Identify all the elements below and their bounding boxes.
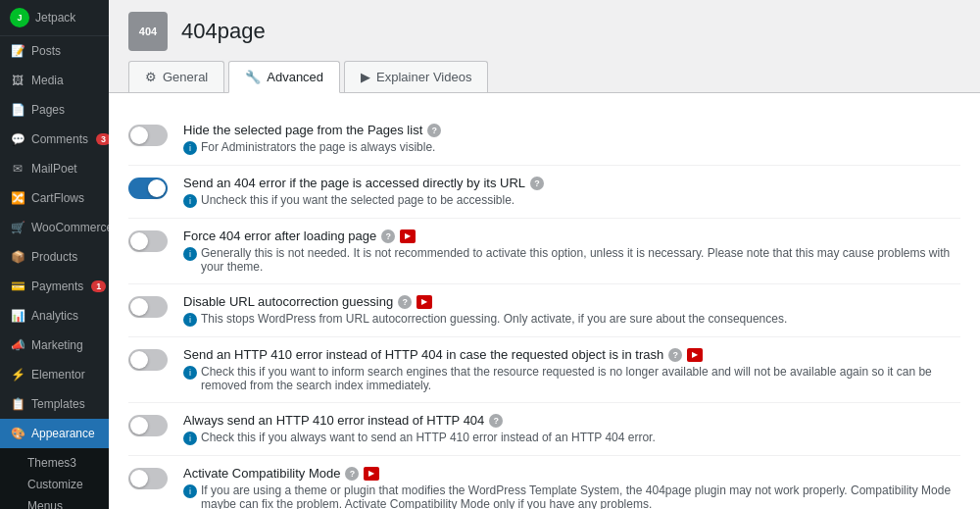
question-icon-compatibility-mode[interactable]: ?: [345, 467, 359, 481]
sidebar-label: Posts: [31, 44, 61, 58]
sidebar: J Jetpack 📝Posts🖼Media📄Pages💬Comments3✉M…: [0, 0, 109, 509]
sidebar-label: Elementor: [31, 368, 85, 382]
analytics-icon: 📊: [10, 308, 25, 324]
toggle-help-send-404-error: iUncheck this if you want the selected p…: [183, 193, 960, 208]
sidebar-item-comments[interactable]: 💬Comments3: [0, 125, 109, 154]
advanced-tab-label: Advanced: [267, 70, 323, 84]
media-icon: 🖼: [10, 73, 25, 88]
tab-advanced[interactable]: 🔧Advanced: [228, 61, 340, 93]
toggle-label-http-410-always: Always send an HTTP 410 error instead of…: [183, 413, 960, 428]
toggle-row-hide-page: Hide the selected page from the Pages li…: [128, 113, 960, 166]
sidebar-label: Pages: [31, 103, 65, 117]
video-btn-compatibility-mode[interactable]: ▶: [364, 467, 379, 481]
toggle-label-compatibility-mode: Activate Compatibility Mode?▶: [183, 466, 960, 481]
sidebar-item-products[interactable]: 📦Products: [0, 242, 109, 272]
toggle-text-compatibility-mode: Activate Compatibility Mode?▶iIf you are…: [183, 466, 960, 509]
info-icon-hide-page: i: [183, 141, 197, 155]
sidebar-item-mailpoet[interactable]: ✉MailPoet: [0, 154, 109, 183]
toggle-hide-page[interactable]: [128, 125, 168, 146]
video-btn-force-404-after-loading[interactable]: ▶: [400, 229, 416, 243]
badge-themes: 3: [70, 456, 76, 470]
sidebar-item-payments[interactable]: 💳Payments1: [0, 272, 109, 301]
question-icon-disable-url-autocorrection[interactable]: ?: [398, 295, 412, 309]
woocommerce-icon: 🛒: [10, 220, 25, 235]
toggle-row-http-410-always: Always send an HTTP 410 error instead of…: [128, 403, 960, 456]
toggle-http-410-trash[interactable]: [128, 349, 168, 371]
video-btn-disable-url-autocorrection[interactable]: ▶: [416, 295, 432, 309]
sidebar-label: Marketing: [31, 338, 83, 352]
video-btn-http-410-trash[interactable]: ▶: [687, 348, 703, 362]
info-icon-disable-url-autocorrection: i: [183, 313, 197, 327]
sidebar-item-elementor[interactable]: ⚡Elementor: [0, 360, 109, 389]
toggle-row-send-404-error: Send an 404 error if the page is accesse…: [128, 166, 960, 219]
sidebar-label: Comments: [31, 132, 88, 146]
payments-icon: 💳: [10, 279, 25, 294]
tabs-bar: ⚙General🔧Advanced▶Explainer Videos: [109, 51, 980, 93]
info-icon-http-410-trash: i: [183, 366, 197, 380]
page-header: 404 404page: [109, 0, 980, 51]
info-icon-send-404-error: i: [183, 194, 197, 208]
toggle-help-disable-url-autocorrection: iThis stops WordPress from URL autocorre…: [183, 312, 960, 327]
sidebar-item-appearance[interactable]: 🎨Appearance: [0, 419, 109, 448]
toggle-help-hide-page: iFor Administrators the page is always v…: [183, 140, 960, 155]
toggle-row-disable-url-autocorrection: Disable URL autocorrection guessing?▶iTh…: [128, 284, 960, 337]
page-title: 404page: [181, 19, 266, 44]
toggle-row-http-410-trash: Send an HTTP 410 error instead of HTTP 4…: [128, 337, 960, 403]
sidebar-item-woocommerce[interactable]: 🛒WooCommerce: [0, 213, 109, 242]
sidebar-label: MailPoet: [31, 162, 77, 176]
sidebar-label: CartFlows: [31, 191, 84, 205]
toggle-compatibility-mode[interactable]: [128, 468, 168, 489]
advanced-tab-icon: 🔧: [245, 70, 261, 84]
products-icon: 📦: [10, 249, 25, 265]
toggle-disable-url-autocorrection[interactable]: [128, 296, 168, 318]
question-icon-send-404-error[interactable]: ?: [530, 177, 544, 190]
toggle-label-force-404-after-loading: Force 404 error after loading page?▶: [183, 229, 960, 243]
toggle-row-compatibility-mode: Activate Compatibility Mode?▶iIf you are…: [128, 456, 960, 509]
toggle-send-404-error[interactable]: [128, 178, 168, 199]
badge-comments: 3: [96, 133, 109, 145]
sidebar-item-media[interactable]: 🖼Media: [0, 66, 109, 95]
posts-icon: 📝: [10, 43, 25, 59]
toggle-text-force-404-after-loading: Force 404 error after loading page?▶iGen…: [183, 229, 960, 274]
explainer-videos-tab-icon: ▶: [361, 70, 370, 84]
toggle-help-http-410-trash: iCheck this if you want to inform search…: [183, 365, 960, 392]
tab-explainer-videos[interactable]: ▶Explainer Videos: [344, 61, 488, 92]
sidebar-label: Payments: [31, 280, 83, 293]
help-text-force-404-after-loading: Generally this is not needed. It is not …: [201, 246, 960, 274]
toggle-text-hide-page: Hide the selected page from the Pages li…: [183, 123, 960, 155]
question-icon-http-410-trash[interactable]: ?: [668, 348, 682, 362]
help-text-compatibility-mode: If you are using a theme or plugin that …: [201, 484, 960, 509]
sidebar-item-pages[interactable]: 📄Pages: [0, 95, 109, 125]
sub-item-menus[interactable]: Menus: [18, 495, 109, 509]
sidebar-item-marketing[interactable]: 📣Marketing: [0, 331, 109, 360]
page-icon: 404: [128, 12, 168, 51]
question-icon-force-404-after-loading[interactable]: ?: [381, 229, 395, 243]
sidebar-brand[interactable]: J Jetpack: [0, 0, 109, 36]
sidebar-item-posts[interactable]: 📝Posts: [0, 36, 109, 66]
toggle-help-force-404-after-loading: iGenerally this is not needed. It is not…: [183, 246, 960, 274]
help-text-hide-page: For Administrators the page is always vi…: [201, 140, 435, 154]
tab-general[interactable]: ⚙General: [128, 61, 224, 92]
help-text-http-410-always: Check this if you always want to send an…: [201, 431, 656, 444]
sidebar-item-templates[interactable]: 📋Templates: [0, 389, 109, 419]
cartflows-icon: 🔀: [10, 190, 25, 206]
toggle-http-410-always[interactable]: [128, 415, 168, 436]
templates-icon: 📋: [10, 396, 25, 412]
main-content: 404 404page ⚙General🔧Advanced▶Explainer …: [109, 0, 980, 509]
toggle-help-http-410-always: iCheck this if you always want to send a…: [183, 431, 960, 445]
sidebar-item-analytics[interactable]: 📊Analytics: [0, 301, 109, 331]
jetpack-icon: J: [10, 8, 29, 27]
sub-item-customize[interactable]: Customize: [18, 474, 109, 495]
question-icon-http-410-always[interactable]: ?: [489, 414, 503, 428]
toggle-text-disable-url-autocorrection: Disable URL autocorrection guessing?▶iTh…: [183, 294, 960, 327]
question-icon-hide-page[interactable]: ?: [427, 124, 441, 137]
marketing-icon: 📣: [10, 337, 25, 353]
toggle-text-http-410-always: Always send an HTTP 410 error instead of…: [183, 413, 960, 445]
sub-item-themes[interactable]: Themes3: [18, 452, 109, 474]
toggle-force-404-after-loading[interactable]: [128, 230, 168, 252]
brand-label: Jetpack: [35, 11, 75, 25]
mailpoet-icon: ✉: [10, 161, 25, 177]
sidebar-label: Analytics: [31, 309, 78, 323]
general-tab-label: General: [163, 70, 208, 84]
sidebar-item-cartflows[interactable]: 🔀CartFlows: [0, 183, 109, 213]
